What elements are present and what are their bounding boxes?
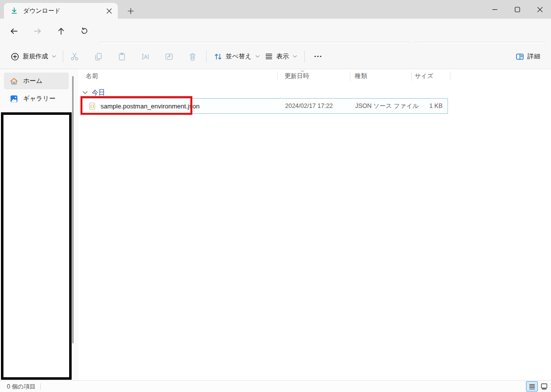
item-count: 0 個の項目 [7,383,35,391]
delete-button[interactable] [183,48,202,65]
tab-downloads[interactable]: ダウンロード [4,3,118,19]
share-button[interactable] [159,48,179,65]
column-header-size[interactable]: サイズ [415,69,433,83]
close-button[interactable] [528,0,551,19]
content-area: ホーム ギャラリー 名前 更新日時 種類 サイズ [0,69,551,380]
cut-button[interactable] [65,48,84,65]
paste-button[interactable] [112,48,131,65]
column-header-name[interactable]: 名前 [86,69,98,83]
column-separator[interactable] [350,72,350,81]
view-button[interactable]: 表示 [261,48,301,65]
status-bar: 0 個の項目 [0,380,551,392]
maximize-button[interactable] [506,0,528,19]
cut-icon [70,52,79,61]
command-bar: 新規作成 並べ替え [0,43,551,69]
paste-icon [118,52,126,61]
column-header-modified[interactable]: 更新日時 [285,69,309,83]
minimize-button[interactable] [483,0,506,19]
svg-text:{}: {} [90,104,94,108]
plus-circle-icon [11,52,19,61]
file-name: sample.postman_environment.json [101,99,200,113]
file-size: 1 KB [429,99,443,113]
title-bar: ダウンロード [0,0,551,19]
group-header-today[interactable]: 今日 [82,87,105,99]
redaction-box [1,112,72,380]
window-controls [483,0,551,19]
file-modified: 2024/02/17 17:22 [285,99,333,113]
details-pane-button[interactable]: 詳細 [512,48,544,65]
column-separator[interactable] [450,72,450,81]
up-button[interactable] [53,23,69,39]
more-options-button[interactable] [308,48,328,65]
thumbnail-view-icon [541,383,548,390]
column-separator[interactable] [411,72,412,81]
sort-button[interactable]: 並べ替え [210,48,264,65]
new-tab-button[interactable] [125,5,136,17]
details-pane-icon [516,52,524,61]
ellipsis-icon [314,52,322,61]
share-icon [165,52,173,61]
home-icon [10,77,18,85]
toolbar-divider [63,51,63,62]
group-label: 今日 [92,88,105,97]
rename-button[interactable] [135,48,155,65]
tab-close-icon[interactable] [104,6,114,16]
column-separator[interactable] [277,72,278,81]
sidebar-item-gallery[interactable]: ギャラリー [4,90,69,107]
copy-icon [94,52,103,61]
toolbar-divider [206,51,207,62]
view-lines-icon [265,52,273,60]
back-button[interactable] [6,23,22,39]
sidebar-scrollbar[interactable] [72,76,74,343]
explorer-window: ダウンロード [0,0,551,392]
details-pane-label: 詳細 [527,52,540,61]
details-view-icon [529,383,535,390]
sort-arrows-icon [214,52,222,61]
file-list-pane: 名前 更新日時 種類 サイズ 今日 {} sample.postman [79,69,551,380]
file-type: JSON ソース ファイル [355,99,419,113]
sidebar-item-label: ギャラリー [23,94,55,103]
copy-button[interactable] [88,48,108,65]
chevron-down-icon [82,90,88,95]
details-view-toggle[interactable] [526,381,538,392]
sidebar-item-label: ホーム [23,77,43,85]
sidebar-item-home[interactable]: ホーム [4,73,69,89]
column-header-type[interactable]: 種類 [355,69,367,83]
sidebar: ホーム ギャラリー [0,69,79,380]
forward-button[interactable] [29,23,45,39]
new-button[interactable]: 新規作成 [7,48,60,65]
chevron-down-icon [52,54,56,59]
thumbnail-view-toggle[interactable] [539,381,549,392]
json-file-icon: {} [88,99,96,113]
status-divider [40,383,41,390]
view-button-label: 表示 [276,52,289,61]
download-icon [10,7,18,15]
chevron-down-icon [292,54,297,59]
chevron-down-icon [255,54,260,59]
toolbar-divider [304,51,305,62]
sort-direction-icon [300,69,305,73]
rename-icon [141,52,150,61]
gallery-icon [10,95,18,103]
tab-title: ダウンロード [23,7,104,15]
refresh-button[interactable] [77,23,92,39]
trash-icon [188,52,197,61]
sort-button-label: 並べ替え [226,52,252,61]
new-button-label: 新規作成 [23,52,48,61]
navigation-bar: ダウンロード [0,19,551,43]
file-row-selected[interactable]: {} sample.postman_environment.json 2024/… [81,98,448,114]
